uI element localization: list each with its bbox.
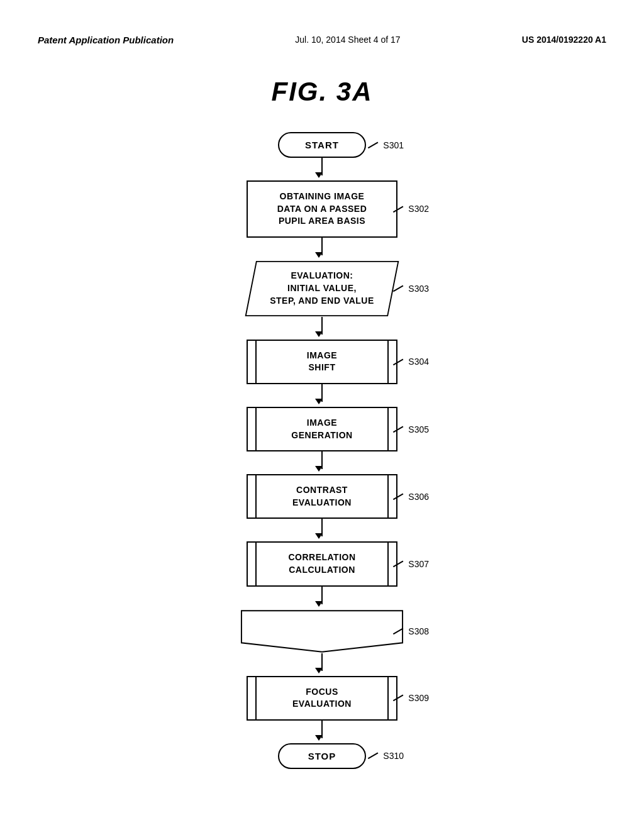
step-row-s305: IMAGEGENERATION S305 (50, 407, 594, 451)
arrow-s301-s302 (50, 158, 594, 180)
shape-s302: OBTAINING IMAGEDATA ON A PASSEDPUPIL ARE… (247, 180, 397, 238)
sheet-info: Jul. 10, 2014 Sheet 4 of 17 (295, 35, 400, 45)
arrow-s302-s303 (50, 238, 594, 260)
svg-marker-1 (242, 611, 402, 651)
step-row-s310: STOP S310 (50, 743, 594, 769)
label-s303: S303 (392, 284, 429, 294)
shape-s310: STOP (278, 743, 366, 769)
arrow-s307-s308 (50, 587, 594, 609)
step-row-s302: OBTAINING IMAGEDATA ON A PASSEDPUPIL ARE… (50, 180, 594, 238)
shape-s309: FOCUSEVALUATION (247, 676, 397, 721)
shape-s301: START (278, 132, 366, 158)
start-shape: START (278, 132, 366, 158)
patent-number: US 2014/0192220 A1 (522, 35, 606, 45)
step-row-s306: CONTRASTEVALUATION S306 (50, 474, 594, 519)
label-s301: S301 (367, 140, 404, 150)
shape-s305: IMAGEGENERATION (247, 407, 397, 451)
label-s308: S308 (392, 626, 429, 636)
figure-title: FIG. 3A (0, 77, 644, 107)
label-s307: S307 (392, 559, 429, 569)
subprocess-s306: CONTRASTEVALUATION (247, 474, 397, 519)
subprocess-s307: CORRELATIONCALCULATION (247, 541, 397, 586)
subprocess-s304: IMAGESHIFT (247, 340, 397, 384)
label-s310: S310 (367, 751, 404, 761)
header: Patent Application Publication Jul. 10, … (0, 0, 644, 58)
arrow-s303-s304 (50, 317, 594, 340)
shape-s304: IMAGESHIFT (247, 340, 397, 384)
label-s305: S305 (392, 424, 429, 434)
step-row-s309: FOCUSEVALUATION S309 (50, 676, 594, 721)
step-row-s308: S308 (50, 609, 594, 653)
label-s302: S302 (392, 204, 429, 214)
step-row-s303: EVALUATION:INITIAL VALUE,STEP, AND END V… (50, 260, 594, 317)
arrow-s304-s305 (50, 384, 594, 407)
step-row-s301: START S301 (50, 132, 594, 158)
label-s304: S304 (392, 357, 429, 367)
step-row-s304: IMAGESHIFT S304 (50, 340, 594, 384)
hexagon-s308 (240, 609, 404, 653)
label-s309: S309 (392, 693, 429, 703)
stop-shape: STOP (278, 743, 366, 769)
arrow-s305-s306 (50, 451, 594, 474)
parallelogram-text-s303: EVALUATION:INITIAL VALUE,STEP, AND END V… (270, 270, 374, 307)
page: Patent Application Publication Jul. 10, … (0, 0, 644, 830)
shape-s306: CONTRASTEVALUATION (247, 474, 397, 519)
arrow-s309-s310 (50, 721, 594, 743)
rect-s302: OBTAINING IMAGEDATA ON A PASSEDPUPIL ARE… (247, 180, 397, 238)
step-row-s307: CORRELATIONCALCULATION S307 (50, 541, 594, 586)
arrow-s306-s307 (50, 519, 594, 541)
subprocess-s309: FOCUSEVALUATION (247, 676, 397, 721)
flowchart: START S301 OBTAINING IMAGEDATA ON A PASS… (0, 132, 644, 769)
arrow-s308-s309 (50, 653, 594, 676)
publication-label: Patent Application Publication (38, 35, 174, 45)
shape-s303: EVALUATION:INITIAL VALUE,STEP, AND END V… (240, 260, 404, 317)
shape-s308 (240, 609, 404, 653)
subprocess-s305: IMAGEGENERATION (247, 407, 397, 451)
parallelogram-s303: EVALUATION:INITIAL VALUE,STEP, AND END V… (240, 260, 404, 317)
shape-s307: CORRELATIONCALCULATION (247, 541, 397, 586)
label-s306: S306 (392, 492, 429, 502)
